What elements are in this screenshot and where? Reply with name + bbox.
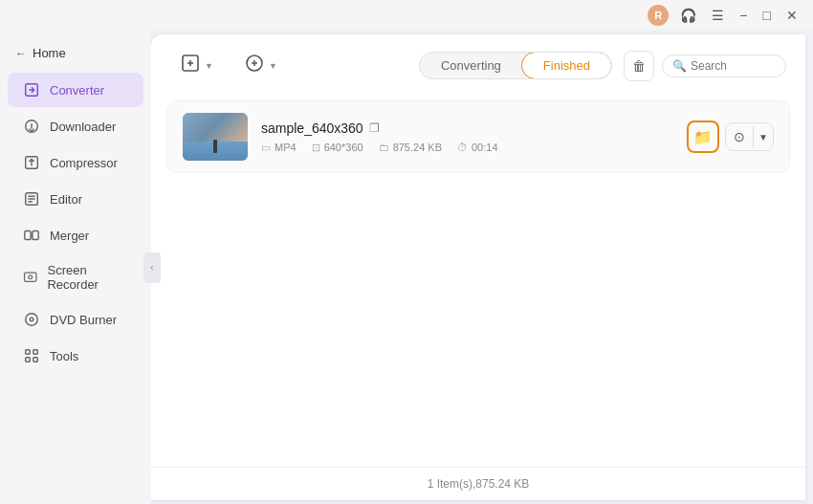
svg-rect-10 bbox=[26, 350, 31, 355]
converter-icon bbox=[23, 81, 40, 99]
more-icon: ⊙ bbox=[726, 123, 753, 150]
tab-group: Converting Finished bbox=[419, 52, 612, 79]
sidebar-item-converter[interactable]: Converter bbox=[8, 73, 143, 107]
svg-point-8 bbox=[26, 314, 38, 326]
downloader-icon bbox=[23, 118, 40, 135]
sidebar-item-converter-label: Converter bbox=[50, 83, 104, 98]
merger-icon bbox=[23, 227, 40, 244]
sidebar-item-editor[interactable]: Editor bbox=[8, 182, 143, 216]
headphone-icon[interactable]: 🎧 bbox=[676, 6, 700, 25]
sidebar: ← Home Converter Downloader bbox=[0, 31, 151, 504]
maximize-icon[interactable]: □ bbox=[759, 6, 775, 25]
main-content: ▼ ▼ Converting Finished 🗑 bbox=[151, 34, 805, 500]
tools-icon bbox=[23, 347, 40, 364]
sidebar-item-tools[interactable]: Tools bbox=[8, 339, 143, 373]
resolution-icon: ⊡ bbox=[312, 142, 320, 154]
add-url-icon bbox=[244, 53, 265, 78]
svg-point-7 bbox=[29, 275, 33, 279]
sidebar-item-downloader-label: Downloader bbox=[50, 120, 116, 134]
file-info: sample_640x360 ❐ ▭ MP4 ⊡ 640*360 bbox=[261, 121, 673, 154]
sidebar-item-screen-recorder-label: Screen Recorder bbox=[47, 263, 128, 292]
svg-point-9 bbox=[30, 318, 33, 321]
sidebar-item-compressor-label: Compressor bbox=[50, 156, 118, 170]
sidebar-item-dvd-burner-label: DVD Burner bbox=[50, 313, 117, 327]
svg-rect-4 bbox=[25, 231, 31, 240]
toolbar: ▼ ▼ Converting Finished 🗑 bbox=[151, 34, 805, 93]
sidebar-item-downloader[interactable]: Downloader bbox=[8, 109, 143, 143]
file-format: ▭ MP4 bbox=[261, 142, 297, 154]
home-link[interactable]: ← Home bbox=[0, 38, 151, 72]
menu-icon[interactable]: ☰ bbox=[708, 6, 728, 25]
sidebar-item-dvd-burner[interactable]: DVD Burner bbox=[8, 302, 143, 337]
search-input[interactable] bbox=[691, 59, 777, 73]
compressor-icon bbox=[23, 154, 40, 171]
open-folder-button[interactable]: 📁 bbox=[687, 121, 719, 153]
close-icon[interactable]: ✕ bbox=[782, 6, 802, 25]
clock-icon: ⏱ bbox=[457, 142, 468, 153]
add-file-icon bbox=[180, 53, 201, 78]
sidebar-item-merger[interactable]: Merger bbox=[8, 218, 143, 252]
svg-rect-6 bbox=[25, 273, 36, 281]
sidebar-item-compressor[interactable]: Compressor bbox=[8, 145, 143, 180]
editor-icon bbox=[23, 190, 40, 208]
tab-finished[interactable]: Finished bbox=[521, 52, 612, 79]
file-resolution: ⊡ 640*360 bbox=[312, 142, 363, 154]
thumbnail-image bbox=[183, 113, 248, 161]
folder-icon: 📁 bbox=[693, 128, 713, 146]
toolbar-right: 🗑 🔍 bbox=[624, 51, 786, 81]
add-url-chevron: ▼ bbox=[269, 61, 277, 71]
avatar[interactable]: R bbox=[648, 5, 669, 26]
svg-rect-12 bbox=[26, 358, 31, 362]
file-list: sample_640x360 ❐ ▭ MP4 ⊡ 640*360 bbox=[151, 93, 805, 467]
svg-rect-11 bbox=[33, 350, 38, 355]
file-size: 🗀 875.24 KB bbox=[379, 142, 442, 153]
file-name-row: sample_640x360 ❐ bbox=[261, 121, 673, 136]
svg-rect-13 bbox=[33, 358, 38, 362]
add-file-button[interactable]: ▼ bbox=[170, 48, 223, 83]
file-name: sample_640x360 bbox=[261, 121, 363, 136]
svg-rect-5 bbox=[33, 231, 38, 240]
open-external-icon[interactable]: ❐ bbox=[369, 121, 380, 135]
sidebar-item-tools-label: Tools bbox=[50, 349, 78, 363]
status-text: 1 Item(s),875.24 KB bbox=[428, 477, 530, 491]
add-url-button[interactable]: ▼ bbox=[234, 48, 287, 83]
format-icon: ▭ bbox=[261, 142, 271, 154]
more-actions-button[interactable]: ⊙ ▼ bbox=[725, 122, 774, 151]
dvd-burner-icon bbox=[23, 311, 40, 328]
trash-icon: 🗑 bbox=[632, 58, 646, 74]
tab-converting[interactable]: Converting bbox=[420, 53, 522, 78]
size-icon: 🗀 bbox=[379, 142, 389, 153]
home-label: Home bbox=[33, 46, 66, 60]
minimize-icon[interactable]: − bbox=[736, 6, 751, 25]
add-file-chevron: ▼ bbox=[205, 61, 213, 71]
title-bar: R 🎧 ☰ − □ ✕ bbox=[0, 0, 813, 31]
file-thumbnail bbox=[183, 113, 248, 161]
file-actions: 📁 ⊙ ▼ bbox=[687, 121, 774, 153]
collapse-sidebar-button[interactable]: ‹ bbox=[143, 252, 161, 283]
file-meta: ▭ MP4 ⊡ 640*360 🗀 875.24 KB ⏱ bbox=[261, 142, 673, 154]
app-body: ← Home Converter Downloader bbox=[0, 31, 813, 504]
status-bar: 1 Item(s),875.24 KB bbox=[151, 467, 805, 500]
sidebar-item-merger-label: Merger bbox=[50, 229, 89, 243]
file-duration: ⏱ 00:14 bbox=[457, 142, 498, 153]
search-box: 🔍 bbox=[662, 55, 786, 77]
search-icon: 🔍 bbox=[672, 59, 687, 73]
sidebar-item-screen-recorder[interactable]: Screen Recorder bbox=[8, 254, 143, 300]
screen-recorder-icon bbox=[23, 269, 37, 286]
sidebar-item-editor-label: Editor bbox=[50, 192, 82, 207]
table-row: sample_640x360 ❐ ▭ MP4 ⊡ 640*360 bbox=[166, 100, 790, 173]
clear-all-button[interactable]: 🗑 bbox=[624, 51, 654, 81]
chevron-down-icon: ▼ bbox=[753, 126, 773, 148]
back-arrow-icon: ← bbox=[15, 47, 27, 60]
